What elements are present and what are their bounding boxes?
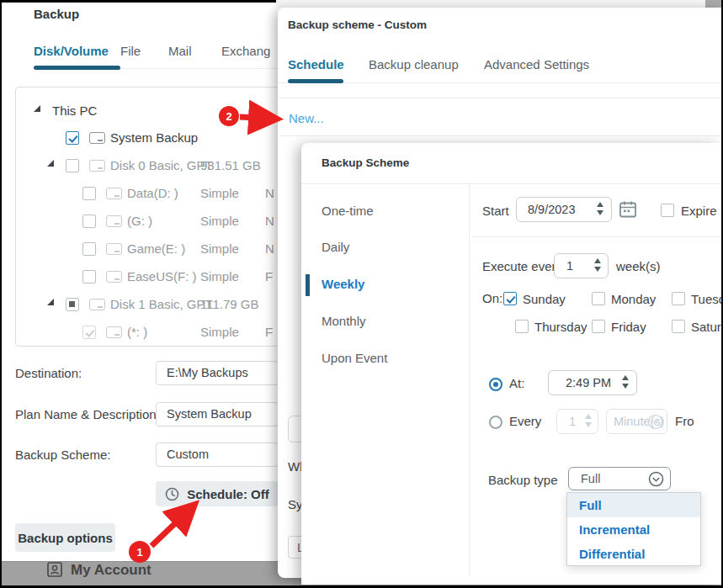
tree-row[interactable]: Disk 0 Basic, GPT	[110, 158, 213, 172]
checkbox-thursday[interactable]	[515, 320, 529, 333]
schedule-button[interactable]: Schedule: Off	[156, 481, 279, 506]
day-label-thursday: Thursday	[534, 320, 587, 334]
disk-icon	[89, 160, 105, 172]
destination-label: Destination:	[15, 366, 82, 380]
volume-fs: N	[265, 214, 274, 228]
tree-row[interactable]: (*: )	[127, 325, 147, 339]
new-scheme-link[interactable]: New...	[289, 111, 324, 125]
tree-row[interactable]: Data(D: )	[127, 186, 178, 200]
scheme-option-monthly[interactable]: Monthly	[322, 314, 366, 328]
tree-row[interactable]: This PC	[52, 103, 97, 118]
disk-size: 111.79 GB	[200, 297, 259, 311]
disk-size: 931.51 GB	[200, 158, 261, 172]
checkbox-easeus-f[interactable]	[82, 270, 96, 283]
tree-row[interactable]: Game(E: )	[127, 241, 185, 256]
tree-row[interactable]: (G: )	[127, 214, 152, 228]
disk-icon	[106, 271, 122, 283]
volume-fs: N	[265, 186, 274, 200]
scheme-option-upon-event[interactable]: Upon Event	[322, 351, 387, 365]
spinner-arrows[interactable]	[597, 202, 603, 215]
backup-scheme-popup: Backup Scheme One-time Daily Weekly Mont…	[301, 143, 721, 585]
tree-row[interactable]: EaseUS(F: )	[127, 269, 197, 283]
expire-checkbox[interactable]	[661, 204, 674, 217]
execute-every-value: 1	[566, 259, 573, 273]
dialog-tab-divider	[278, 82, 721, 83]
plan-name-field[interactable]: System Backup	[156, 402, 279, 426]
popup-title: Backup Scheme	[322, 156, 409, 169]
tab-backup-cleanup[interactable]: Backup cleanup	[369, 57, 459, 72]
volume-type: Simple	[200, 214, 239, 228]
volume-type: Simple	[200, 325, 239, 339]
expander-icon[interactable]	[47, 160, 54, 167]
chevron-down-icon[interactable]	[648, 471, 664, 487]
checkbox-data-d[interactable]	[82, 187, 96, 200]
volume-fs: F	[265, 269, 273, 283]
disk-icon	[89, 299, 105, 310]
start-date-spinner[interactable]: 8/9/2023	[516, 197, 612, 222]
execute-every-label: Execute every	[482, 259, 562, 273]
expander-icon[interactable]	[47, 299, 54, 305]
dialog-active-tab-underline	[288, 79, 343, 83]
execute-every-spinner[interactable]: 1	[554, 253, 609, 278]
tab-disk-volume[interactable]: Disk/Volume	[34, 44, 109, 58]
menu-item-incremental[interactable]: Incremental	[567, 517, 700, 542]
top-strip	[276, 0, 721, 8]
scheme-option-weekly[interactable]: Weekly	[322, 277, 364, 291]
tab-exchange[interactable]: Exchang	[221, 44, 270, 58]
volume-type: Simple	[200, 269, 239, 283]
disk-icon	[106, 188, 122, 199]
day-label-monday: Monday	[611, 292, 656, 306]
spinner-arrows[interactable]	[622, 375, 629, 389]
backup-type-value: Full	[581, 472, 600, 485]
page-title: Backup	[34, 7, 79, 21]
at-radio[interactable]	[489, 378, 502, 391]
scheme-option-one-time[interactable]: One-time	[322, 204, 374, 218]
checkbox-sunday[interactable]	[503, 292, 517, 305]
checkbox-game-e[interactable]	[82, 242, 96, 256]
calendar-icon[interactable]	[619, 200, 637, 219]
tab-file[interactable]: File	[120, 44, 141, 58]
at-label: At:	[509, 376, 524, 390]
tab-schedule[interactable]: Schedule	[288, 57, 344, 72]
checkbox-system-backup[interactable]	[66, 131, 79, 145]
scheme-option-daily[interactable]: Daily	[322, 240, 349, 254]
tab-advanced-settings[interactable]: Advanced Settings	[484, 57, 589, 72]
scheme-list-top-divider	[278, 98, 721, 98]
checkbox-saturday[interactable]	[672, 320, 685, 333]
disk-icon	[106, 326, 122, 338]
checkbox-disk0[interactable]	[66, 159, 79, 172]
every-radio[interactable]	[489, 416, 502, 429]
destination-field[interactable]: E:\My Backups	[156, 361, 279, 385]
tree-row[interactable]: Disk 1 Basic, GPT	[110, 297, 213, 311]
every-unit-dropdown[interactable]: Minute(s)	[606, 409, 667, 434]
spinner-arrows	[585, 414, 592, 427]
checkbox-disk1[interactable]	[66, 298, 79, 311]
checkbox-g[interactable]	[82, 215, 96, 228]
spinner-arrows[interactable]	[594, 258, 601, 272]
my-account-item[interactable]: My Account	[71, 562, 152, 579]
backup-options-button[interactable]: Backup options	[15, 523, 115, 552]
menu-item-full[interactable]: Full	[567, 493, 700, 517]
backup-scheme-field[interactable]: Custom	[156, 442, 279, 467]
day-label-tuesday: Tuesda	[691, 292, 721, 306]
menu-item-differential[interactable]: Differential	[567, 542, 700, 566]
disk-icon	[106, 243, 122, 255]
day-label-friday: Friday	[611, 320, 646, 334]
checkbox-monday[interactable]	[592, 292, 605, 305]
from-label: Fro	[675, 414, 694, 428]
tab-mail[interactable]: Mail	[168, 44, 192, 58]
checkbox-star-volume[interactable]	[82, 326, 96, 339]
tree-row[interactable]: System Backup	[110, 130, 198, 145]
popup-title-divider	[301, 183, 721, 184]
checkbox-tuesday[interactable]	[672, 292, 685, 305]
day-label-sunday: Sunday	[523, 292, 566, 306]
at-time-spinner[interactable]: 2:49 PM	[548, 370, 637, 395]
volume-fs: N	[265, 241, 274, 256]
checkbox-friday[interactable]	[592, 320, 605, 333]
every-value-spinner[interactable]: 1	[556, 409, 598, 434]
expander-icon[interactable]	[34, 105, 40, 112]
backup-type-dropdown[interactable]: Full	[568, 467, 671, 490]
at-time-value: 2:49 PM	[566, 376, 611, 389]
dialog-title: Backup scheme - Custom	[288, 19, 427, 31]
chevron-down-icon	[647, 414, 663, 430]
